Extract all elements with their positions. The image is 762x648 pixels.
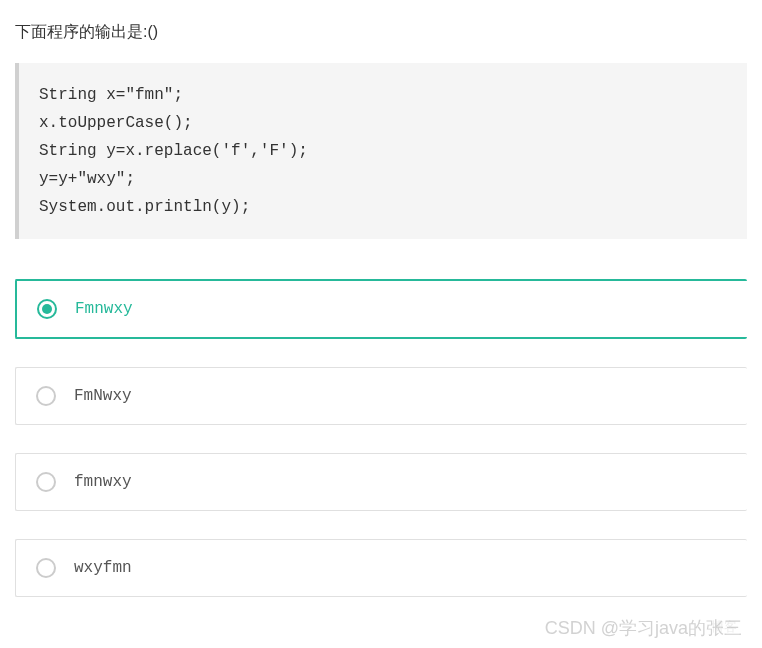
option-label: FmNwxy [74,387,132,405]
radio-icon [36,386,56,406]
options-list: Fmnwxy FmNwxy fmnwxy wxyfmn [15,279,747,597]
option-label: Fmnwxy [75,300,133,318]
question-title: 下面程序的输出是:() [15,22,747,43]
option-label: wxyfmn [74,559,132,577]
option-d[interactable]: wxyfmn [15,539,747,597]
option-c[interactable]: fmnwxy [15,453,747,511]
radio-icon [36,472,56,492]
code-block: String x="fmn"; x.toUpperCase(); String … [15,63,747,239]
watermark-sub: 博客 [711,618,737,636]
watermark: CSDN @学习java的张三 [545,616,742,640]
option-b[interactable]: FmNwxy [15,367,747,425]
option-a[interactable]: Fmnwxy [15,279,747,339]
option-label: fmnwxy [74,473,132,491]
radio-icon [36,558,56,578]
radio-icon [37,299,57,319]
